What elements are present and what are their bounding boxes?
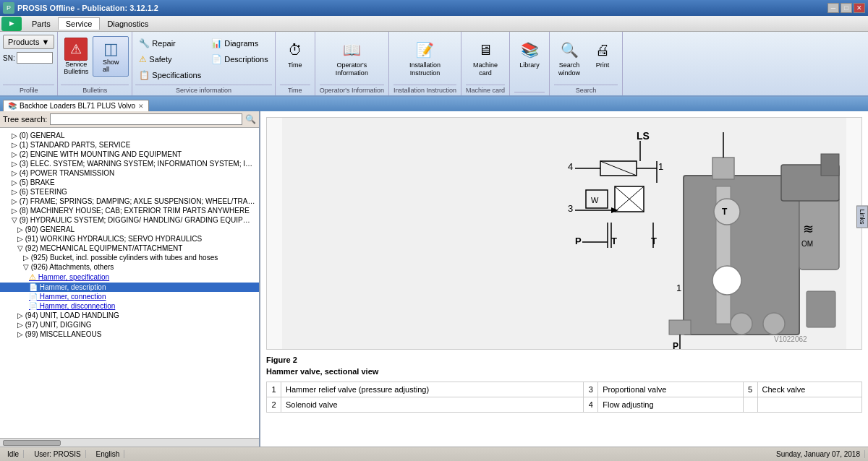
doc-icon-conn: 📄 — [29, 293, 38, 301]
scrollbar-thumb[interactable] — [3, 440, 61, 446]
tree-item-hammer-desc[interactable]: 📄 Hammer, description — [0, 283, 259, 292]
tree-item-97[interactable]: ▷ (97) UNIT, DIGGING — [0, 320, 259, 329]
right-panel: LS 4 1 W — [260, 111, 868, 447]
tree-item-90[interactable]: ▷ (90) GENERAL — [0, 225, 259, 234]
table-row-2-num: 2 — [267, 397, 281, 413]
diagram-container: LS 4 1 W — [266, 117, 862, 350]
svg-text:1: 1 — [676, 283, 681, 293]
tree-item-0[interactable]: ▷ (0) GENERAL — [0, 131, 259, 140]
maximize-button[interactable]: □ — [841, 3, 852, 13]
show-all-button[interactable]: ◫ Showall — [93, 36, 129, 77]
sn-label: SN: — [3, 54, 15, 62]
tree-search-input[interactable] — [50, 113, 242, 125]
tree-item-925[interactable]: ▷ (925) Bucket, incl. possible cylinders… — [0, 253, 259, 262]
tree-search-bar: Tree search: 🔍 — [0, 111, 259, 128]
installation-label: InstallationInstruction — [409, 61, 441, 77]
tree-item-hammer-spec[interactable]: ⚠ Hammer, specification — [0, 272, 259, 283]
links-tab[interactable]: Links — [856, 205, 868, 228]
left-panel: Tree search: 🔍 ▷ (0) GENERAL ▷ (1) STAND… — [0, 111, 260, 447]
content-area[interactable]: LS 4 1 W — [260, 111, 868, 447]
table-row-1-desc2: Proportional valve — [598, 382, 743, 397]
tree-item-926[interactable]: ▽ (926) Attachments, others — [0, 262, 259, 272]
products-label: Products — [8, 38, 39, 46]
time-button[interactable]: ⏱ Time — [280, 36, 310, 72]
tree-item-hammer-disc[interactable]: 📄 Hammer, disconnection — [0, 301, 259, 311]
machine-card-group-label: Machine card — [466, 85, 505, 95]
svg-text:T: T — [611, 236, 617, 246]
tree-item-4[interactable]: ▷ (4) POWER TRANSMISSION — [0, 168, 259, 178]
installation-button[interactable]: 📝 InstallationInstruction — [406, 36, 444, 79]
products-button[interactable]: Products ▼ — [3, 35, 54, 49]
svg-rect-46 — [807, 291, 835, 327]
specifications-button[interactable]: 📋 Specifications — [135, 68, 205, 82]
sn-input[interactable] — [17, 52, 53, 64]
svg-text:T: T — [722, 207, 728, 217]
specifications-label: Specifications — [152, 71, 201, 79]
repair-button[interactable]: 🔧 Repair — [135, 36, 205, 51]
tree-item-3[interactable]: ▷ (3) ELEC. SYSTEM; WARNING SYSTEM; INFO… — [0, 159, 259, 168]
library-button[interactable]: 📚 Library — [514, 36, 545, 72]
tree-item-5[interactable]: ▷ (5) BRAKE — [0, 178, 259, 187]
search-group-label: Search — [554, 85, 618, 95]
safety-button[interactable]: ⚠ Safety — [135, 52, 205, 66]
search-print-inner: 🔍 Searchwindow 🖨 Print — [554, 33, 618, 85]
print-label: Print — [596, 61, 610, 69]
warn-icon: ⚠ — [29, 272, 36, 281]
diagrams-button[interactable]: 📊 Diagrams — [208, 36, 272, 51]
table-row-2-desc2: Flow adjusting — [598, 397, 743, 413]
tab-backhoe-loaders[interactable]: 📚 Backhoe Loaders BL71 PLUS Volvo ✕ — [3, 100, 149, 111]
tab-close-button[interactable]: ✕ — [138, 103, 144, 110]
status-bar: Idle User: PROSIS English Sunday, Januar… — [0, 447, 868, 461]
tree-item-99[interactable]: ▷ (99) MISCELLANEOUS — [0, 329, 259, 339]
minimize-button[interactable]: ─ — [827, 3, 839, 13]
menu-diagnostics[interactable]: Diagnostics — [100, 18, 156, 30]
descriptions-button[interactable]: 📄 Descriptions — [208, 52, 272, 66]
tree-item-91[interactable]: ▷ (91) WORKING HYDRAULICS; SERVO HYDRAUL… — [0, 234, 259, 244]
table-row-2-num3 — [743, 397, 757, 413]
title-text: PROSIS Offline - Publication: 3.12.1.2 — [17, 4, 158, 12]
svg-point-45 — [731, 313, 752, 335]
tree-item-2[interactable]: ▷ (2) ENGINE WITH MOUNTING AND EQUIPMENT — [0, 150, 259, 159]
search-window-button[interactable]: 🔍 Searchwindow — [554, 36, 584, 79]
profile-label: Profile — [3, 85, 54, 95]
search-window-icon: 🔍 — [558, 38, 581, 61]
service-info-label: Service information — [135, 85, 271, 95]
svg-text:LS: LS — [637, 130, 650, 142]
table-row-1: 1 Hammer relief valve (pressure adjustin… — [267, 382, 862, 397]
menu-parts[interactable]: Parts — [25, 18, 58, 30]
tree-item-6[interactable]: ▷ (6) STEERING — [0, 187, 259, 197]
library-label: Library — [519, 61, 540, 69]
svg-text:OM: OM — [801, 240, 813, 248]
figure-number: Figure 2 — [266, 356, 862, 364]
svg-text:4: 4 — [568, 161, 573, 172]
tree-search-icon[interactable]: 🔍 — [245, 114, 256, 124]
status-language: English — [92, 450, 125, 458]
repair-label: Repair — [152, 39, 175, 48]
service-bulletins-label: ServiceBulletins — [64, 61, 88, 75]
operators-group: 📖 Operator'sInformation Operator's Infor… — [315, 32, 389, 95]
tree-item-92[interactable]: ▽ (92) MECHANICAL EQUIPMENT/ATTACHMENT — [0, 244, 259, 253]
menu-service[interactable]: Service — [58, 17, 101, 30]
tree-item-1[interactable]: ▷ (1) STANDARD PARTS, SERVICE — [0, 140, 259, 150]
repair-icon: 🔧 — [139, 38, 150, 48]
status-user: User: PROSIS — [30, 450, 85, 458]
machine-card-button[interactable]: 🖥 Machinecard — [469, 36, 501, 79]
tree-item-hammer-conn[interactable]: 📄 Hammer, connection — [0, 292, 259, 301]
print-button[interactable]: 🖨 Print — [587, 36, 618, 72]
tree-content[interactable]: ▷ (0) GENERAL ▷ (1) STANDARD PARTS, SERV… — [0, 128, 259, 438]
tree-item-7[interactable]: ▷ (7) FRAME; SPRINGS; DAMPING; AXLE SUSP… — [0, 197, 259, 206]
svg-point-44 — [763, 313, 785, 335]
svg-text:≋: ≋ — [803, 222, 814, 236]
tree-item-8[interactable]: ▷ (8) MACHINERY HOUSE; CAB; EXTERIOR TRI… — [0, 206, 259, 215]
close-button[interactable]: ✕ — [854, 3, 865, 13]
tree-item-9[interactable]: ▽ (9) HYDRAULIC SYSTEM; DIGGING/ HANDLIN… — [0, 215, 259, 225]
table-row-2-desc: Solenoid valve — [281, 397, 584, 413]
menu-bar: ▶ Parts Service Diagnostics — [0, 16, 868, 32]
operators-button[interactable]: 📖 Operator'sInformation — [332, 36, 372, 79]
svg-rect-37 — [712, 158, 734, 179]
service-bulletins-button[interactable]: ⚠ ServiceBulletins — [61, 36, 91, 77]
svg-point-31 — [712, 266, 741, 295]
table-row-2-desc3 — [757, 397, 862, 413]
tree-horizontal-scrollbar[interactable] — [0, 438, 259, 447]
tree-item-94[interactable]: ▷ (94) UNIT, LOAD HANDLING — [0, 311, 259, 320]
